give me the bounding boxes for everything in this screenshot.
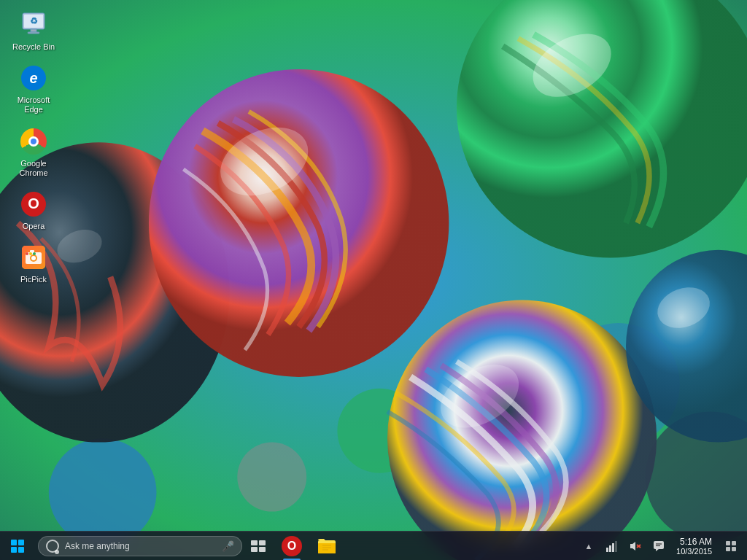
network-icon[interactable] — [600, 532, 624, 561]
opera-label: Opera — [23, 222, 45, 231]
svg-point-29 — [29, 252, 32, 255]
picpick-label: PicPick — [20, 275, 47, 284]
svg-rect-20 — [31, 29, 36, 32]
svg-rect-51 — [732, 541, 736, 545]
desktop: ♻ Recycle Bin e Microsoft Edge — [0, 0, 747, 560]
svg-rect-42 — [609, 545, 611, 552]
clock-time: 5:16 AM — [680, 537, 712, 547]
svg-rect-50 — [726, 541, 730, 545]
task-view-button[interactable] — [242, 532, 274, 561]
tray-chevron-icon: ▲ — [585, 542, 593, 551]
microphone-icon: 🎤 — [222, 540, 234, 552]
desktop-icon-google-chrome[interactable]: Google Chrome — [7, 124, 60, 181]
speaker-muted-icon — [629, 540, 642, 552]
svg-rect-32 — [259, 540, 266, 545]
chrome-label: Google Chrome — [10, 159, 57, 178]
file-explorer-icon — [317, 537, 336, 556]
svg-rect-52 — [726, 547, 730, 551]
taskbar: Ask me anything 🎤 O — [0, 531, 747, 560]
taskbar-app-opera[interactable]: O — [274, 532, 309, 561]
desktop-icon-microsoft-edge[interactable]: e Microsoft Edge — [7, 61, 60, 117]
search-bar[interactable]: Ask me anything 🎤 — [38, 536, 242, 556]
wallpaper — [0, 0, 747, 560]
svg-rect-34 — [259, 547, 266, 552]
chrome-icon — [19, 127, 48, 156]
desktop-icon-opera[interactable]: O Opera — [7, 187, 60, 234]
search-placeholder-text: Ask me anything — [65, 541, 219, 551]
svg-point-2 — [49, 438, 157, 546]
svg-text:♻: ♻ — [30, 16, 38, 26]
notification-center-icon — [725, 540, 737, 552]
opera-taskbar-icon: O — [282, 536, 302, 556]
svg-rect-44 — [615, 541, 617, 552]
edge-icon: e — [19, 63, 48, 93]
message-bubble-icon — [653, 540, 665, 552]
start-button[interactable] — [0, 532, 35, 561]
volume-icon[interactable] — [624, 532, 647, 561]
windows-logo-icon — [11, 540, 24, 553]
svg-rect-31 — [251, 540, 258, 545]
svg-point-26 — [31, 256, 36, 260]
picpick-desktop-icon — [19, 243, 48, 272]
svg-rect-33 — [251, 547, 258, 552]
messaging-icon[interactable] — [647, 532, 670, 561]
svg-point-28 — [26, 252, 28, 255]
svg-rect-41 — [606, 548, 608, 552]
svg-rect-37 — [318, 543, 336, 553]
task-view-icon — [251, 540, 266, 552]
desktop-icons: ♻ Recycle Bin e Microsoft Edge — [7, 7, 60, 287]
svg-point-30 — [33, 252, 36, 255]
svg-rect-47 — [654, 541, 664, 549]
opera-desktop-icon: O — [19, 190, 48, 219]
taskbar-app-explorer[interactable] — [309, 532, 344, 561]
svg-rect-43 — [612, 543, 614, 552]
notification-center-button[interactable] — [718, 532, 744, 561]
clock-date: 10/3/2015 — [676, 547, 712, 556]
recycle-bin-icon: ♻ — [19, 10, 48, 39]
svg-rect-53 — [732, 547, 736, 551]
svg-rect-21 — [28, 32, 39, 34]
desktop-icon-picpick[interactable]: PicPick — [7, 240, 60, 287]
pinned-apps: O — [274, 532, 344, 561]
svg-point-3 — [237, 443, 306, 512]
clock[interactable]: 5:16 AM 10/3/2015 — [670, 532, 718, 561]
desktop-icon-recycle-bin[interactable]: ♻ Recycle Bin — [7, 7, 60, 55]
system-tray: ▲ — [577, 532, 747, 561]
wallpaper-svg — [0, 0, 747, 560]
tray-overflow-button[interactable]: ▲ — [577, 532, 600, 561]
recycle-bin-label: Recycle Bin — [12, 42, 55, 52]
edge-label: Microsoft Edge — [10, 96, 57, 114]
cortana-icon — [46, 540, 59, 553]
network-signal-icon — [606, 540, 618, 552]
